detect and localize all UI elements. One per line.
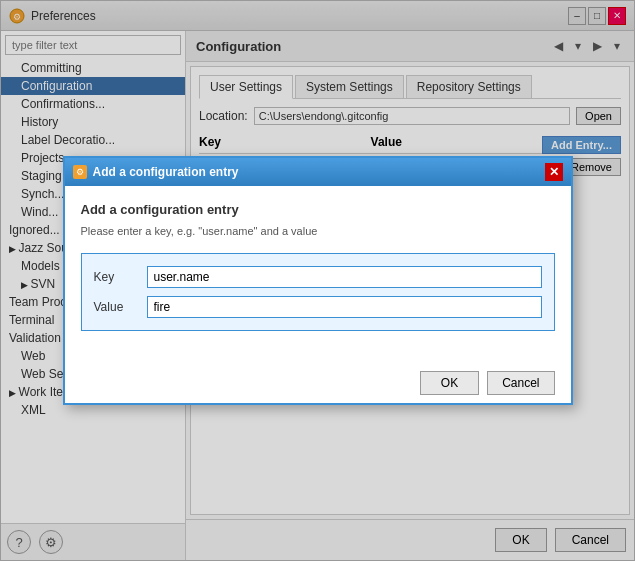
dialog-close-button[interactable]: ✕: [545, 163, 563, 181]
dialog-ok-button[interactable]: OK: [420, 371, 479, 395]
key-input[interactable]: [147, 266, 542, 288]
dialog-buttons: OK Cancel: [65, 363, 571, 403]
value-label: Value: [94, 300, 139, 314]
dialog-overlay: ⚙ Add a configuration entry ✕ Add a conf…: [1, 1, 634, 560]
key-row: Key: [94, 266, 542, 288]
dialog-description: Please enter a key, e.g. "user.name" and…: [81, 225, 555, 237]
key-label: Key: [94, 270, 139, 284]
dialog-title-left: ⚙ Add a configuration entry: [73, 165, 239, 179]
dialog-heading: Add a configuration entry: [81, 202, 555, 217]
value-input[interactable]: [147, 296, 542, 318]
add-config-dialog: ⚙ Add a configuration entry ✕ Add a conf…: [63, 156, 573, 405]
dialog-body: Add a configuration entry Please enter a…: [65, 186, 571, 363]
dialog-form: Key Value: [81, 253, 555, 331]
dialog-cancel-button[interactable]: Cancel: [487, 371, 554, 395]
value-row: Value: [94, 296, 542, 318]
main-window: ⚙ Preferences – □ ✕ Committing Configura…: [0, 0, 635, 561]
dialog-icon: ⚙: [73, 165, 87, 179]
dialog-title-bar: ⚙ Add a configuration entry ✕: [65, 158, 571, 186]
dialog-title: Add a configuration entry: [93, 165, 239, 179]
